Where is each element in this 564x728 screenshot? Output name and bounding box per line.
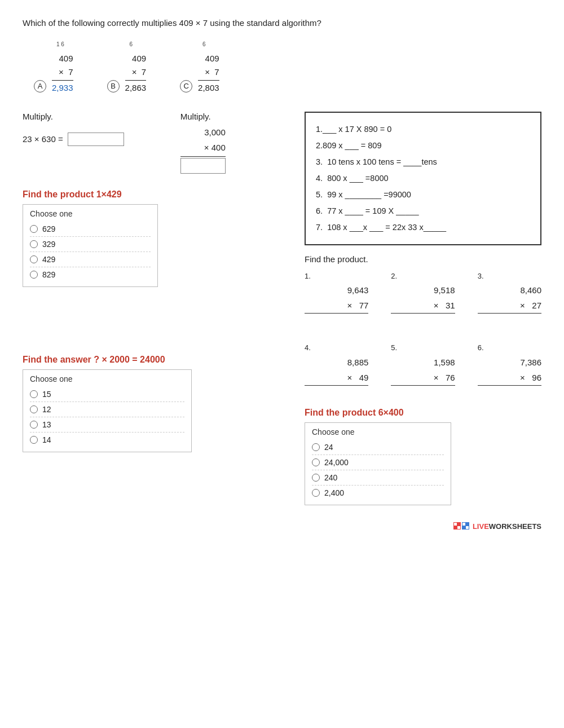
multiply-right-number: 3,000 [180, 125, 226, 140]
carry-c: 6 [202, 40, 219, 52]
answer-b: 2,863 [125, 80, 147, 95]
prod-val-5: 1,598 [391, 355, 455, 370]
carry-a: 1 6 [56, 40, 73, 52]
prod-num-3: 3. [478, 270, 541, 283]
prod-num-4: 4. [305, 341, 368, 354]
multiply-right-line [180, 156, 226, 157]
lw-text: LIVEWORKSHEETS [473, 522, 541, 531]
right-item-4: 4. 800 x ___ =8000 [316, 170, 530, 187]
choice-829-text: 829 [42, 270, 55, 279]
find-product-3-section: Find the product 6×400 Choose one 24 24,… [305, 408, 541, 505]
radio-12[interactable] [30, 405, 38, 413]
choice-24[interactable]: 24 [312, 440, 444, 455]
main-layout: Multiply. 23 × 630 = Multiply. 3,000 × 4… [23, 112, 541, 505]
prod-val-1: 9,643 [305, 283, 368, 298]
right-item-2: 2.809 x ___ = 809 [316, 138, 530, 154]
prod-line-2 [391, 313, 455, 324]
top-question: Which of the following correctly multipl… [23, 17, 541, 30]
multiply-right-label: Multiply. [180, 112, 226, 121]
radio-14[interactable] [30, 436, 38, 444]
multiply-section: Multiply. 23 × 630 = Multiply. 3,000 × 4… [23, 112, 305, 178]
find-answer-section: Find the answer ? × 2000 = 24000 Choose … [23, 355, 305, 452]
radio-15[interactable] [30, 390, 38, 398]
choice-629[interactable]: 629 [30, 222, 151, 237]
radio-429[interactable] [30, 255, 38, 263]
prod-num-2: 2. [391, 270, 455, 283]
choose-box-1: Choose one 629 329 429 829 [23, 204, 158, 287]
algo-option-a: A 1 6 409 × 7 2,933 [34, 40, 73, 95]
radio-2400[interactable] [312, 489, 320, 497]
find-product-3-title: Find the product 6×400 [305, 408, 541, 418]
right-content: 1.___ x 17 X 890 = 0 2.809 x ___ = 809 3… [305, 112, 541, 505]
prod-mult-1: × 77 [305, 298, 368, 313]
choice-24000-text: 24,000 [324, 458, 349, 467]
radio-240[interactable] [312, 474, 320, 482]
radio-13[interactable] [30, 421, 38, 429]
prod-line-1 [305, 313, 368, 324]
option-b-math: 6 409 × 7 2,863 [125, 40, 147, 95]
option-b-label: B [107, 80, 120, 92]
radio-329[interactable] [30, 240, 38, 248]
algo-options-row: A 1 6 409 × 7 2,933 B 6 409 × 7 2,863 C … [34, 40, 541, 95]
number-b: 409 [125, 52, 147, 65]
multiply-left-equation: 23 × 630 = [23, 133, 124, 146]
product-1: 1. 9,643 × 77 [305, 270, 368, 324]
right-item-5: 5. 99 x ________ =99000 [316, 187, 530, 203]
lw-logo-svg [453, 522, 469, 530]
prod-mult-5: × 76 [391, 370, 455, 385]
choose-answer-label: Choose one [30, 374, 184, 383]
prod-mult-6: × 96 [478, 370, 541, 385]
mult-c: × 7 [198, 65, 219, 79]
prod-line-5 [391, 385, 455, 396]
option-c-label: C [180, 80, 192, 92]
choice-329[interactable]: 329 [30, 237, 151, 252]
find-product-1-section: Find the product 1×429 Choose one 629 32… [23, 189, 305, 287]
choose-label-1: Choose one [30, 209, 151, 218]
choice-240[interactable]: 240 [312, 470, 444, 486]
prod-val-2: 9,518 [391, 283, 455, 298]
svg-rect-3 [457, 526, 460, 529]
prod-line-4 [305, 385, 368, 396]
product-3: 3. 8,460 × 27 [478, 270, 541, 324]
lw-logo [453, 522, 469, 530]
option-c-math: 6 409 × 7 2,803 [198, 40, 219, 95]
multiply-right-mult: × 400 [180, 140, 226, 155]
answer-a: 2,933 [52, 80, 73, 95]
svg-rect-2 [454, 523, 457, 526]
question-text: Which of the following correctly multipl… [23, 18, 321, 28]
multiply-left-label: Multiply. [23, 112, 124, 121]
product-5: 5. 1,598 × 76 [391, 341, 455, 396]
prod-val-3: 8,460 [478, 283, 541, 298]
algo-option-b: B 6 409 × 7 2,863 [107, 40, 147, 95]
carry-b: 6 [130, 40, 147, 52]
multiply-right-answer[interactable] [180, 158, 226, 174]
right-item-1: 1.___ x 17 X 890 = 0 [316, 121, 530, 138]
find-product-subtitle: Find the product. [305, 254, 541, 264]
prod-mult-2: × 31 [391, 298, 455, 313]
choice-12-text: 12 [42, 405, 51, 414]
choice-24-text: 24 [324, 443, 333, 452]
mult-a: × 7 [52, 65, 73, 79]
multiply-right-stacked: 3,000 × 400 [180, 125, 226, 178]
choice-13[interactable]: 13 [30, 417, 184, 433]
radio-24000[interactable] [312, 458, 320, 466]
choice-13-text: 13 [42, 420, 51, 429]
choose-label-3: Choose one [312, 427, 444, 436]
choice-12[interactable]: 12 [30, 402, 184, 417]
choice-429[interactable]: 429 [30, 252, 151, 267]
choice-829[interactable]: 829 [30, 267, 151, 282]
choice-24000[interactable]: 24,000 [312, 455, 444, 470]
choice-2400[interactable]: 2,400 [312, 486, 444, 500]
svg-rect-4 [462, 523, 465, 526]
radio-24[interactable] [312, 443, 320, 451]
multiply-left-answer-box[interactable] [68, 133, 124, 146]
answer-c: 2,803 [198, 80, 219, 95]
prod-num-5: 5. [391, 341, 455, 354]
product-2: 2. 9,518 × 31 [391, 270, 455, 324]
choice-14[interactable]: 14 [30, 433, 184, 447]
radio-829[interactable] [30, 271, 38, 279]
choice-329-text: 329 [42, 240, 55, 249]
footer: LIVEWORKSHEETS [23, 522, 541, 531]
radio-629[interactable] [30, 225, 38, 233]
choice-15[interactable]: 15 [30, 387, 184, 402]
